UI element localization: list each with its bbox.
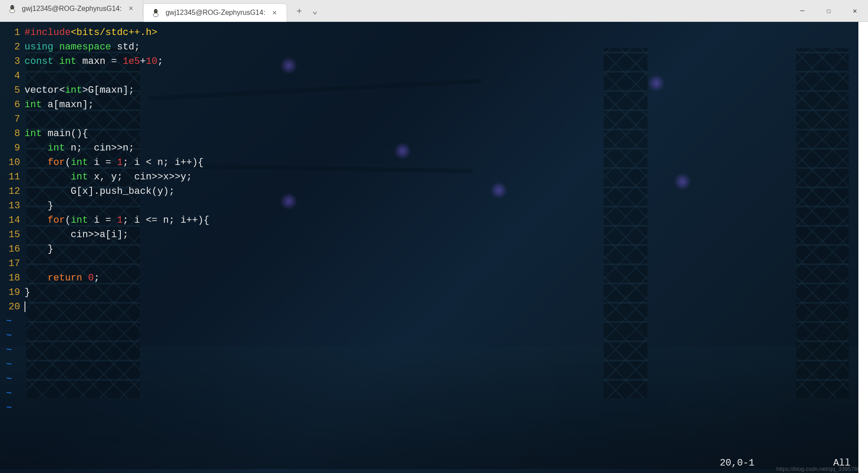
close-button[interactable]: ✕ [842, 0, 868, 21]
line-number: 12 [0, 184, 24, 199]
text-cursor [24, 301, 25, 312]
tab-title: gwj12345@ROG-ZephyrusG14: [165, 9, 265, 17]
line-number: 9 [0, 141, 24, 155]
line-number: 8 [0, 126, 24, 141]
empty-line-tilde: ~ [0, 357, 868, 372]
svg-point-3 [13, 6, 14, 7]
svg-point-2 [11, 6, 12, 7]
code-line[interactable]: 15 cin>>a[i]; [0, 228, 868, 242]
line-number: 13 [0, 199, 24, 213]
svg-point-5 [154, 13, 159, 17]
code-content[interactable]: int main(){ [24, 126, 88, 141]
line-number: 15 [0, 228, 24, 242]
code-content[interactable]: using namespace std; [24, 40, 140, 54]
code-content[interactable]: #include<bits/stdc++.h> [24, 25, 158, 40]
line-number: 6 [0, 98, 24, 112]
code-line[interactable]: 13 } [0, 199, 868, 213]
code-content[interactable]: } [24, 242, 53, 256]
svg-point-0 [10, 5, 14, 9]
code-line[interactable]: 8int main(){ [0, 126, 868, 141]
code-content[interactable]: int x, y; cin>>x>>y; [24, 170, 192, 184]
line-number: 2 [0, 40, 24, 54]
vertical-scrollbar[interactable] [858, 22, 868, 473]
empty-line-tilde: ~ [0, 343, 868, 357]
line-number: 17 [0, 256, 24, 271]
line-number: 16 [0, 242, 24, 256]
window-controls: — ☐ ✕ [789, 0, 868, 21]
watermark: https://blog.csdn.net/qq_33957603 [777, 466, 864, 472]
tab-actions: ＋ ⌄ [287, 5, 318, 17]
empty-line-tilde: ~ [0, 372, 868, 386]
tux-icon [8, 4, 17, 13]
code-content[interactable]: for(int i = 1; i <= n; i++){ [24, 213, 210, 228]
code-layer[interactable]: 1#include<bits/stdc++.h>2using namespace… [0, 22, 868, 415]
code-content[interactable]: } [24, 285, 30, 300]
code-line[interactable]: 9 int n; cin>>n; [0, 141, 868, 155]
tab-close-button[interactable]: × [270, 8, 279, 18]
line-number: 20 [0, 300, 24, 314]
code-line[interactable]: 12 G[x].push_back(y); [0, 184, 868, 199]
code-line[interactable]: 10 for(int i = 1; i < n; i++){ [0, 155, 868, 170]
code-line[interactable]: 6int a[maxn]; [0, 98, 868, 112]
line-number: 19 [0, 285, 24, 300]
tux-icon [151, 8, 160, 17]
line-number: 1 [0, 25, 24, 40]
code-line[interactable]: 19} [0, 285, 868, 300]
code-line[interactable]: 7 [0, 112, 868, 126]
line-number: 7 [0, 112, 24, 126]
line-number: 14 [0, 213, 24, 228]
minimize-button[interactable]: — [789, 0, 816, 21]
line-number: 4 [0, 69, 24, 83]
code-line[interactable]: 5vector<int>G[maxn]; [0, 83, 868, 98]
code-content[interactable]: } [24, 199, 53, 213]
svg-point-6 [155, 11, 156, 11]
tab-dropdown-button[interactable]: ⌄ [312, 5, 318, 16]
code-content[interactable]: vector<int>G[maxn]; [24, 83, 134, 98]
code-content[interactable]: const int maxn = 1e5+10; [24, 54, 163, 69]
code-line[interactable]: 1#include<bits/stdc++.h> [0, 25, 868, 40]
code-line[interactable]: 14 for(int i = 1; i <= n; i++){ [0, 213, 868, 228]
code-line[interactable]: 3const int maxn = 1e5+10; [0, 54, 868, 69]
empty-line-tilde: ~ [0, 401, 868, 415]
line-number: 10 [0, 155, 24, 170]
terminal-tab[interactable]: gwj12345@ROG-ZephyrusG14:× [0, 0, 143, 18]
empty-line-tilde: ~ [0, 386, 868, 401]
line-number: 5 [0, 83, 24, 98]
code-line[interactable]: 4 [0, 69, 868, 83]
terminal-tab[interactable]: gwj12345@ROG-ZephyrusG14:× [143, 4, 287, 22]
code-line[interactable]: 20 [0, 300, 868, 314]
code-line[interactable]: 2using namespace std; [0, 40, 868, 54]
empty-line-tilde: ~ [0, 314, 868, 329]
line-number: 11 [0, 170, 24, 184]
empty-line-tilde: ~ [0, 329, 868, 343]
maximize-button[interactable]: ☐ [816, 0, 842, 21]
new-tab-button[interactable]: ＋ [295, 5, 304, 17]
cursor-position: 20,0-1 [720, 458, 754, 469]
editor-area[interactable]: 1#include<bits/stdc++.h>2using namespace… [0, 22, 868, 473]
code-content[interactable]: for(int i = 1; i < n; i++){ [24, 155, 203, 170]
tab-close-button[interactable]: × [127, 4, 135, 13]
vim-status-line: 20,0-1 All [0, 458, 868, 469]
code-content[interactable] [24, 300, 25, 314]
svg-point-1 [10, 9, 15, 12]
code-content[interactable]: int a[maxn]; [24, 98, 94, 112]
line-number: 3 [0, 54, 24, 69]
code-content[interactable]: return 0; [24, 271, 100, 285]
line-number: 18 [0, 271, 24, 285]
code-content[interactable]: int n; cin>>n; [24, 141, 134, 155]
code-content[interactable]: cin>>a[i]; [24, 228, 129, 242]
code-line[interactable]: 16 } [0, 242, 868, 256]
svg-point-4 [154, 9, 158, 14]
tab-title: gwj12345@ROG-ZephyrusG14: [22, 5, 122, 13]
code-content[interactable]: G[x].push_back(y); [24, 184, 175, 199]
titlebar: gwj12345@ROG-ZephyrusG14:×gwj12345@ROG-Z… [0, 0, 868, 22]
code-line[interactable]: 11 int x, y; cin>>x>>y; [0, 170, 868, 184]
code-line[interactable]: 17 [0, 256, 868, 271]
svg-point-7 [156, 11, 157, 11]
code-line[interactable]: 18 return 0; [0, 271, 868, 285]
